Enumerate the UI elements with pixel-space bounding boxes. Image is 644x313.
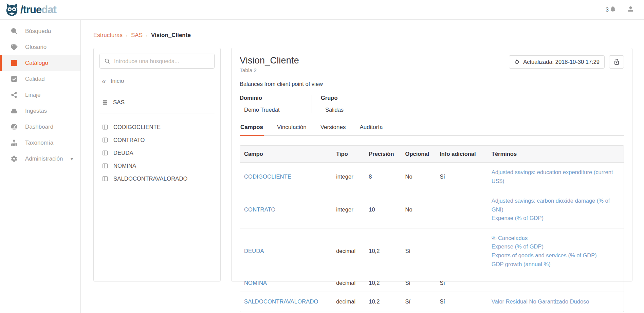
structure-search-input[interactable]: [114, 58, 210, 65]
notifications-button[interactable]: 3: [606, 5, 617, 14]
back-to-home-label: Inicio: [111, 78, 124, 85]
cell-opcional: Sí: [401, 274, 436, 292]
table-icon: [102, 176, 108, 182]
owl-logo-icon: [5, 3, 19, 17]
table-list-item-label: CODIGOCLIENTE: [113, 124, 161, 130]
tab-versiones[interactable]: Versiones: [320, 122, 347, 135]
sidebar-item-busqueda[interactable]: Búsqueda: [0, 23, 80, 39]
table-list-item[interactable]: SALDOCONTRAVALORADO: [99, 172, 215, 185]
back-to-home-link[interactable]: « Inicio: [99, 77, 215, 85]
chevron-down-icon: ▾: [71, 156, 73, 162]
fields-column-header: Tipo: [332, 146, 365, 163]
cell-tipo: integer: [332, 163, 365, 191]
top-header: /truedat 3: [0, 0, 644, 20]
refresh-updated-button[interactable]: Actualizada: 2018-10-30 17:29: [509, 55, 605, 69]
domain-label: Dominio: [240, 95, 312, 101]
table-row: NOMINAdecimal10,2SíSí: [240, 274, 624, 292]
cell-tipo: decimal: [332, 228, 365, 274]
term-link[interactable]: GDP growth (annual %): [492, 260, 620, 269]
breadcrumb-current: Vision_Cliente: [151, 32, 191, 39]
table-list-item[interactable]: CONTRATO: [99, 133, 215, 146]
refresh-icon: [514, 59, 520, 65]
sidebar: BúsquedaGlosarioCatálogoCalidadLinajeIng…: [0, 20, 81, 313]
field-link[interactable]: NOMINA: [244, 280, 267, 286]
cell-info_adicional: Sí: [436, 163, 487, 191]
domain-block: Dominio Demo Truedat: [240, 95, 312, 113]
detail-tabs: CamposVinculaciónVersionesAuditoría: [240, 122, 624, 136]
term-link[interactable]: Adjusted savings: education expenditure …: [492, 168, 620, 185]
gear-icon: [11, 155, 18, 162]
field-link[interactable]: CODIGOCLIENTE: [244, 173, 291, 180]
breadcrumb-link[interactable]: Estructuras: [93, 32, 123, 39]
cell-info_adicional: [436, 228, 487, 274]
field-link[interactable]: SALDOCONTRAVALORADO: [244, 298, 318, 305]
sidebar-item-ingestas[interactable]: Ingestas: [0, 103, 80, 119]
breadcrumb-separator-icon: ›: [146, 33, 148, 38]
sidebar-item-calidad[interactable]: Calidad: [0, 71, 80, 87]
cell-precision: 10,2: [365, 274, 401, 292]
notification-count-badge: 3: [606, 7, 609, 13]
table-list-item-label: SALDOCONTRAVALORADO: [113, 176, 188, 182]
table-row: DEUDAdecimal10,2Sí% CanceladasExpense (%…: [240, 228, 624, 274]
cell-precision: 10: [365, 191, 401, 228]
table-icon: [102, 150, 108, 156]
cell-precision: 8: [365, 163, 401, 191]
structure-search-box: [99, 54, 215, 69]
search-icon: [104, 58, 110, 64]
chevron-double-left-icon: «: [102, 77, 106, 85]
sidebar-item-taxonomia[interactable]: Taxonomía: [0, 135, 80, 151]
sidebar-item-dashboard[interactable]: Dashboard: [0, 119, 80, 135]
field-link[interactable]: CONTRATO: [244, 206, 276, 213]
sidebar-item-linaje[interactable]: Linaje: [0, 87, 80, 103]
field-link[interactable]: DEUDA: [244, 248, 264, 254]
table-list-item-label: NOMINA: [113, 163, 136, 169]
logo-slash: /: [20, 4, 23, 16]
gauge-icon: [11, 123, 18, 130]
breadcrumb-link[interactable]: SAS: [131, 32, 143, 39]
term-link[interactable]: Exports of goods and services (% of GDP): [492, 251, 620, 260]
table-list: CODIGOCLIENTECONTRATODEUDANOMINASALDOCON…: [99, 121, 215, 185]
table-list-item-label: CONTRATO: [113, 137, 145, 143]
cell-tipo: integer: [332, 191, 365, 228]
cell-opcional: No: [401, 191, 436, 228]
tab-campos[interactable]: Campos: [240, 122, 264, 135]
cell-info_adicional: Sí: [436, 274, 487, 292]
header-actions: 3: [606, 5, 638, 14]
structure-description: Balances from client point of view: [240, 81, 624, 87]
table-list-item[interactable]: DEUDA: [99, 146, 215, 159]
sidebar-item-label: Taxonomía: [25, 140, 53, 146]
logo-text-secondary: dat: [41, 4, 56, 16]
system-item-sas[interactable]: SAS: [99, 99, 215, 106]
tab-auditoria[interactable]: Auditoría: [359, 122, 383, 135]
fields-column-header: Términos: [487, 146, 624, 163]
cell-info_adicional: Sí: [436, 292, 487, 312]
check-square-icon: [11, 75, 18, 82]
database-icon: [102, 99, 108, 106]
sidebar-item-label: Glosario: [25, 44, 47, 51]
sitemap-icon: [11, 139, 18, 146]
user-icon: [627, 8, 634, 14]
sidebar-item-label: Ingestas: [25, 108, 47, 114]
sidebar-item-administracion[interactable]: Administración▾: [0, 151, 80, 167]
table-list-item[interactable]: CODIGOCLIENTE: [99, 121, 215, 133]
term-link[interactable]: Adjusted savings: carbon dioxide damage …: [492, 197, 620, 214]
sidebar-item-catalogo[interactable]: Catálogo: [0, 55, 80, 71]
group-block: Grupo Salidas: [312, 95, 400, 113]
user-menu-button[interactable]: [627, 5, 634, 14]
term-link[interactable]: Valor Residual No Garantizado Dudoso: [492, 297, 620, 306]
main-content: Estructuras›SAS›Vision_Cliente « Inicio: [81, 20, 644, 313]
term-link[interactable]: % Canceladas: [492, 234, 620, 243]
updated-label: Actualizada: 2018-10-30 17:29: [523, 59, 600, 65]
app-logo[interactable]: /truedat: [5, 3, 56, 17]
cell-info_adicional: [436, 191, 487, 228]
breadcrumb: Estructuras›SAS›Vision_Cliente: [93, 32, 644, 39]
cell-terminos: Adjusted savings: carbon dioxide damage …: [487, 191, 624, 228]
term-link[interactable]: Expense (% of GDP): [492, 214, 620, 223]
table-list-item[interactable]: NOMINA: [99, 159, 215, 172]
table-icon: [102, 124, 108, 130]
sidebar-item-glosario[interactable]: Glosario: [0, 39, 80, 55]
term-link[interactable]: Expense (% of GDP): [492, 242, 620, 251]
cell-opcional: Sí: [401, 228, 436, 274]
tab-vinculacion[interactable]: Vinculación: [276, 122, 307, 135]
lock-toggle-button[interactable]: [609, 55, 624, 69]
